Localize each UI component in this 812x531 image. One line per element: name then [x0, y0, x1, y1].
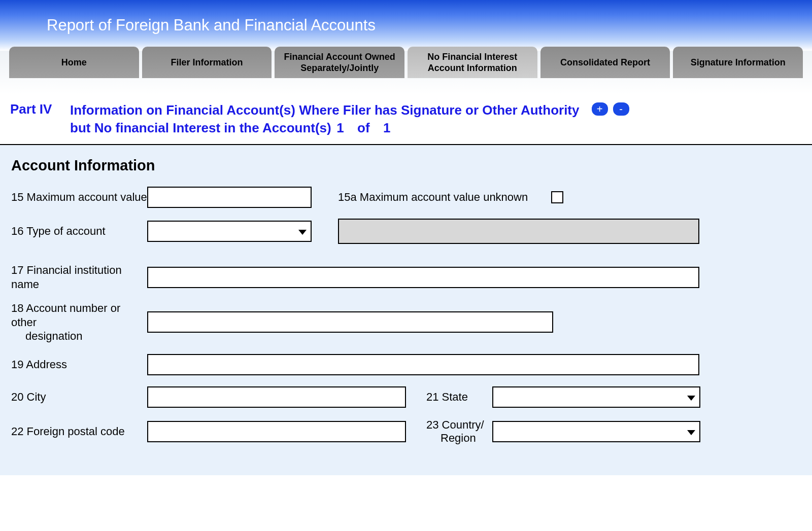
row-financial-institution-name: 17 Financial institution name — [11, 263, 803, 291]
part-of-word: of — [357, 120, 370, 135]
label-19: 19 Address — [11, 358, 147, 372]
label-23: 23 Country/ Region — [426, 418, 492, 445]
input-type-of-account-detail — [338, 219, 699, 244]
part-header: Part IV Information on Financial Account… — [0, 96, 812, 145]
input-address[interactable] — [147, 354, 699, 375]
input-foreign-postal-code[interactable] — [147, 421, 406, 442]
label-18: 18 Account number or other designation — [11, 301, 147, 343]
label-23-line2: Region — [426, 432, 476, 444]
checkbox-max-value-unknown[interactable] — [551, 191, 563, 203]
form-area: Account Information 15 Maximum account v… — [0, 145, 812, 475]
remove-record-button[interactable]: - — [613, 102, 629, 116]
tab-financial-account-owned[interactable]: Financial Account Owned Separately/Joint… — [275, 47, 404, 78]
input-account-number[interactable] — [147, 311, 553, 333]
row-account-number: 18 Account number or other designation — [11, 301, 803, 343]
label-23-line1: 23 Country/ — [426, 418, 484, 431]
add-record-button[interactable]: + — [592, 102, 608, 116]
label-18-line2: designation — [11, 330, 83, 342]
select-type-of-account[interactable] — [147, 221, 312, 242]
label-20: 20 City — [11, 390, 147, 404]
row-address: 19 Address — [11, 353, 803, 376]
label-21: 21 State — [426, 391, 492, 404]
select-state[interactable] — [492, 386, 700, 408]
tab-filer-information[interactable]: Filer Information — [142, 47, 272, 78]
part-description-line1: Information on Financial Account(s) Wher… — [70, 102, 580, 118]
part-label: Part IV — [10, 101, 70, 117]
row-max-account-value: 15 Maximum account value 15a Maximum acc… — [11, 186, 803, 208]
part-description: Information on Financial Account(s) Wher… — [70, 101, 580, 137]
tab-signature-information[interactable]: Signature Information — [673, 47, 803, 78]
section-heading: Account Information — [11, 157, 803, 174]
input-city[interactable] — [147, 386, 406, 408]
tab-consolidated-report[interactable]: Consolidated Report — [540, 47, 670, 78]
tabbar-background: Home Filer Information Financial Account… — [0, 51, 812, 96]
add-remove-buttons: + - — [592, 102, 629, 116]
row-city-state: 20 City 21 State — [11, 386, 803, 408]
input-financial-institution-name[interactable] — [147, 267, 699, 288]
tab-no-financial-interest[interactable]: No Financial Interest Account Informatio… — [408, 47, 537, 78]
label-15: 15 Maximum account value — [11, 190, 147, 204]
part-description-line2: but No financial Interest in the Account… — [70, 120, 331, 135]
tab-home[interactable]: Home — [9, 47, 139, 78]
select-country-region[interactable] — [492, 421, 700, 442]
input-max-account-value[interactable] — [147, 187, 312, 208]
row-postal-country: 22 Foreign postal code 23 Country/ Regio… — [11, 418, 803, 445]
banner: Report of Foreign Bank and Financial Acc… — [0, 0, 812, 51]
part-total: 1 — [383, 120, 390, 135]
label-18-line1: 18 Account number or other — [11, 302, 120, 329]
row-type-of-account: 16 Type of account — [11, 219, 803, 244]
label-22: 22 Foreign postal code — [11, 424, 147, 439]
label-15a: 15a Maximum account value unknown — [338, 191, 551, 204]
tabbar: Home Filer Information Financial Account… — [9, 47, 803, 78]
label-17: 17 Financial institution name — [11, 263, 147, 291]
label-16: 16 Type of account — [11, 224, 147, 238]
page-title: Report of Foreign Bank and Financial Acc… — [47, 16, 812, 34]
part-current: 1 — [336, 120, 344, 135]
